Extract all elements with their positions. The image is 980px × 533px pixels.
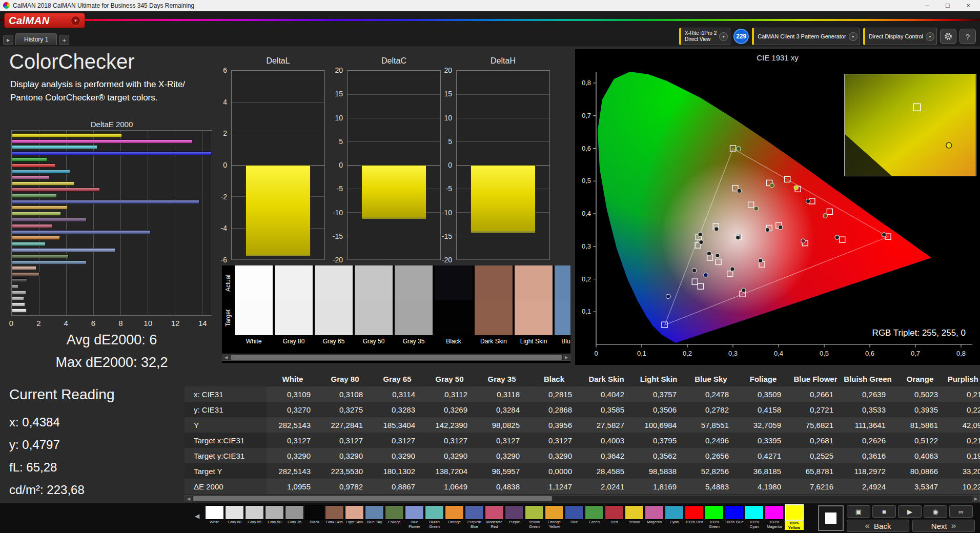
palette-item[interactable]: Magenta [645,505,664,525]
palette-item[interactable]: Blue Sky [365,505,384,525]
palette-item[interactable]: Cyan [665,505,684,525]
table-column-header: Orange [894,371,946,386]
palette-item[interactable]: Gray 50 [265,505,284,525]
maximize-button[interactable]: □ [943,2,952,9]
patch-swatch[interactable]: Dark Skin [475,265,513,347]
palette-chip [425,505,444,520]
palette-item[interactable]: 100% Blue [725,505,744,525]
meter-status-badge[interactable]: 229 [733,29,749,44]
table-scroll-left-icon[interactable]: ◀ [185,496,192,502]
deltae-axis-tick-label: 12 [171,319,180,327]
palette-item-label: Green [585,520,604,525]
palette-item-label: Bluish Green [425,520,444,529]
palette-item[interactable]: Gray 65 [245,505,264,525]
cie-measurement-marker [823,214,827,218]
strip-scroll-left-icon[interactable]: ◀ [222,354,230,360]
table-cell: 0,2782 [685,402,737,417]
palette-item[interactable]: Green [585,505,604,525]
palette-item[interactable]: Black [305,505,324,525]
deltae-bar-row [12,145,212,151]
palette-item[interactable]: 100% Red [685,505,704,525]
mini-axis-tick-label: 5 [339,137,343,146]
table-cell: 118,2972 [842,463,894,479]
palette-item[interactable]: Bluish Green [425,505,444,529]
palette-item[interactable]: Yellow [625,505,644,525]
patch-swatch[interactable]: Gray 35 [395,265,433,347]
table-scroll-track[interactable] [192,496,972,502]
pattern-window-button[interactable]: ▣ [847,505,870,518]
deltae-bar [12,296,24,300]
palette-item[interactable]: Moderate Red [485,505,504,529]
patch-swatch[interactable]: Light Skin [515,265,553,347]
deltae-axis-tick-label: 10 [144,319,152,327]
strip-scroll-track[interactable] [230,354,563,360]
table-cell: 0,2656 [685,448,737,463]
patch-swatch[interactable]: Gray 80 [275,265,313,347]
deltae-bar-row [12,211,212,217]
palette-item[interactable]: Purple [505,505,524,525]
palette-item[interactable]: Blue Flower [405,505,424,529]
source-dropdown-icon[interactable]: ▼ [849,32,858,41]
palette-item[interactable]: Gray 80 [225,505,244,525]
pattern-source-selector[interactable]: CalMAN Client 3 Pattern Generator ▼ [752,28,860,45]
continuous-measure-button[interactable]: ∞ [949,505,973,518]
table-cell: 0,2166 [946,433,980,448]
patch-swatch[interactable]: Gray 50 [355,265,393,347]
deltae-axis-tick-label: 6 [91,319,95,327]
palette-item[interactable]: Yellow Green [525,505,544,529]
palette-item[interactable]: Blue [565,505,584,525]
tab-history-1[interactable]: History 1 [15,33,57,45]
palette-item[interactable]: 100% Green [705,505,724,529]
table-cell: 4,1980 [737,479,789,494]
palette-item[interactable]: Orange Yellow [545,505,564,529]
stop-button[interactable]: ■ [872,505,896,518]
minimize-button[interactable]: – [923,2,932,9]
cie-y-tick-label: 0,2 [582,275,591,283]
palette-item[interactable]: Foliage [385,505,404,525]
layout-expand-button[interactable]: ▶ [3,35,13,45]
palette-chip [365,505,384,520]
palette-item[interactable]: Light Skin [345,505,364,525]
table-cell: 0,3290 [267,448,319,463]
palette-chip [265,505,284,520]
table-scrollbar[interactable]: ◀ ▶ [185,495,980,502]
patch-actual-color [395,265,433,300]
palette-item[interactable]: Purplish Blue [465,505,484,529]
results-table: WhiteGray 80Gray 65Gray 50Gray 35BlackDa… [185,371,980,495]
display-dropdown-icon[interactable]: ▼ [926,32,934,41]
back-button[interactable]: « Back [847,520,909,532]
next-button[interactable]: Next » [912,520,975,532]
meter-selector[interactable]: X-Rite i1Pro 2 Direct View ▼ [679,28,730,45]
strip-scroll-right-icon[interactable]: ▶ [563,354,570,360]
palette-item[interactable]: 100% Magenta [765,505,784,529]
patch-swatch[interactable]: Black [435,265,473,347]
palette-item-label: Blue [565,520,584,525]
meter-dropdown-icon[interactable]: ▼ [719,32,728,41]
deltae-bar-row [12,253,212,259]
patch-swatch[interactable]: Gray 65 [315,265,353,347]
strip-scroll-thumb[interactable] [231,355,562,360]
palette-item[interactable]: 100% Yellow [785,504,804,530]
add-tab-button[interactable]: + [59,35,69,45]
palette-item[interactable]: 100% Cyan [745,505,764,529]
table-scroll-right-icon[interactable]: ▶ [972,496,979,502]
table-scroll-thumb[interactable] [193,496,552,501]
pattern-window-preview-button[interactable] [818,505,844,531]
palette-item[interactable]: Dark Skin [325,505,344,525]
display-control-selector[interactable]: Direct Display Control ▼ [863,28,937,45]
palette-item[interactable]: Red [605,505,624,525]
navigation-controls: « Back Next » [847,520,975,532]
patch-swatch[interactable]: Blue Sky [555,265,570,347]
settings-button[interactable] [940,29,956,44]
capture-button[interactable]: ◉ [924,505,947,518]
palette-scroll-left-icon[interactable]: ◀ [195,512,199,520]
play-button[interactable]: ▶ [898,505,922,518]
close-button[interactable]: × [964,2,973,9]
calman-menu-button[interactable]: CalMAN ▼ [4,13,85,28]
palette-item[interactable]: Gray 35 [285,505,304,525]
patch-swatch[interactable]: White [235,265,273,347]
strip-scrollbar[interactable]: ◀ ▶ [222,354,570,361]
palette-item[interactable]: White [205,505,224,525]
help-button[interactable]: ? [959,29,976,44]
palette-item[interactable]: Orange [445,505,464,525]
